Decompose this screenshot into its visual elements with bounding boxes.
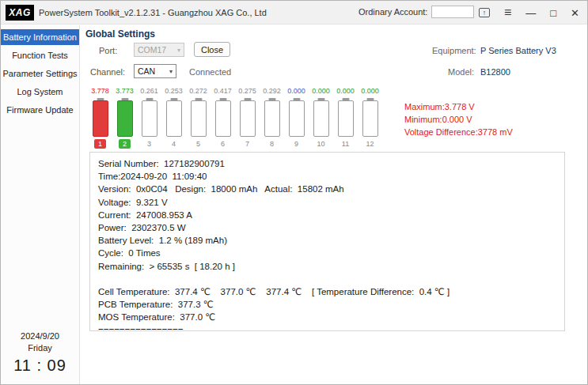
window-title: PowerSystem Toolkit_v2.1.2.31 - Guangzho… [39,8,267,17]
connection-status: Connected [189,67,231,77]
stat-maximum: Maximum:3.778 V [404,100,513,113]
page-title: Global Settings [85,28,155,40]
cell-voltage: 0.253 [161,87,186,96]
info-separator: ================ [98,324,556,331]
battery-cell-4: 0.253 4 [161,87,186,149]
cell-voltage: 0.417 [211,87,235,96]
channel-select[interactable]: CAN ▾ [134,64,176,78]
titlebar: XAG PowerSystem Toolkit_v2.1.2.31 - Guan… [1,1,587,25]
equipment-label: Equipment: [432,46,476,55]
clock-time: 11 : 09 [1,357,79,375]
port-select[interactable]: COM17 ▾ [134,43,184,57]
battery-cell-icon [166,100,182,137]
cell-voltage: 0.000 [333,87,358,96]
battery-cell-9: 0.000 9 [284,87,309,149]
close-port-button[interactable]: Close [194,42,230,57]
battery-cell-icon [191,100,207,137]
battery-cell-12: 0.000 12 [358,87,382,149]
panel-toggle-icon[interactable]: ↑ [479,8,490,17]
cell-number: 4 [161,139,186,149]
battery-cell-6: 0.417 6 [211,87,235,149]
menu-icon[interactable]: ≡ [504,6,511,19]
battery-cell-5: 0.272 5 [186,87,211,149]
sidebar-item-battery-information[interactable]: Battery Information [1,29,79,45]
cell-number: 11 [333,139,358,149]
minimize-icon[interactable]: — [525,8,536,18]
cell-number: 9 [284,139,309,149]
battery-cell-icon [338,100,354,137]
sidebar-item-log-system[interactable]: Log System [1,84,79,100]
channel-label: Channel: [90,67,125,77]
info-serial-number: Serial Number: 127182900791 [98,157,556,170]
battery-cell-10: 0.000 10 [309,87,333,149]
battery-cell-icon [313,100,329,137]
app-window: XAG PowerSystem Toolkit_v2.1.2.31 - Guan… [0,0,588,385]
cell-number: 7 [235,139,260,149]
clock-day: Friday [1,343,79,353]
cell-number: 8 [260,139,284,149]
close-icon[interactable]: ✕ [571,8,579,18]
cell-number: 2 [119,139,131,149]
battery-cell-icon [93,100,108,137]
battery-cell-icon [289,100,305,137]
stat-minimum: Minimum:0.000 V [404,113,513,126]
main-panel: Global Settings Port: COM17 ▾ Close Equi… [81,25,587,384]
info-cell-temperature: Cell Temperature: 377.4 ℃ 377.0 ℃ 377.4 … [98,285,556,298]
battery-cell-7: 0.275 7 [235,87,260,149]
model-label: Model: [448,67,474,77]
sidebar-item-parameter-settings[interactable]: Parameter Settings [1,66,79,81]
info-battery-level: Battery Level: 1.2 % (189 mAh) [98,234,556,247]
battery-cell-2: 3.773 2 [112,87,137,149]
cell-voltage: 0.000 [309,87,333,96]
cell-voltage: 0.000 [284,87,309,96]
window-controls: ↑ ≡ — □ ✕ [479,1,579,25]
xag-logo: XAG [6,5,34,21]
info-cycle: Cycle: 0 Times [98,247,556,259]
battery-cell-11: 0.000 11 [333,87,358,149]
cell-voltage: 0.292 [260,87,284,96]
info-mos-temperature: MOS Temperature: 377.0 ℃ [98,311,556,323]
info-voltage: Voltage: 9.321 V [98,196,556,209]
cell-voltage: 3.773 [112,87,137,96]
account-input[interactable] [431,6,474,18]
cell-voltage: 0.261 [137,87,161,96]
cell-number: 5 [186,139,211,149]
stat-voltage-difference: Voltage Difference:3778 mV [404,126,513,138]
cell-voltage-panel: 3.778 1 3.773 2 0.261 3 0.253 4 0.272 [88,87,382,149]
model-value: B12800 [480,67,510,77]
chevron-down-icon: ▾ [177,47,180,54]
cell-voltage: 0.000 [358,87,382,96]
cell-voltage: 0.275 [235,87,260,96]
sidebar: Battery Information Function Tests Param… [1,25,80,384]
battery-cell-icon [240,100,256,137]
port-value: COM17 [138,45,166,55]
channel-value: CAN [138,66,155,76]
info-blank-line [98,273,556,285]
battery-info-box: Serial Number: 127182900791 Time:2024-09… [89,152,565,331]
info-power: Power: 2302370.5 W [98,221,556,234]
cell-number: 10 [309,139,333,149]
cell-number: 3 [137,139,161,149]
cell-number: 6 [211,139,235,149]
sidebar-item-function-tests[interactable]: Function Tests [1,47,79,63]
cell-number: 1 [94,139,106,149]
sidebar-item-firmware-update[interactable]: Firmware Update [1,102,79,118]
chevron-down-icon: ▾ [169,68,173,75]
maximize-icon[interactable]: □ [550,8,556,18]
battery-cell-icon [264,100,280,137]
battery-cell-icon [215,100,231,137]
info-version: Version: 0x0C04 Design: 18000 mAh Actual… [98,183,556,195]
clock: 2024/9/20 Friday 11 : 09 [1,331,79,375]
battery-cell-3: 0.261 3 [137,87,161,149]
info-time: Time:2024-09-20 11:09:40 [98,170,556,183]
info-remaining: Remaining: > 65535 s [ 18.20 h ] [98,260,556,273]
battery-cell-1: 3.778 1 [88,87,112,149]
port-label: Port: [99,46,117,55]
clock-date: 2024/9/20 [1,331,79,341]
cell-voltage: 3.778 [88,87,112,96]
info-current: Current: 247008.953 A [98,209,556,221]
equipment-value: P Series Battery V3 [480,46,556,55]
battery-cell-icon [142,100,157,137]
battery-cell-icon [362,100,378,137]
battery-cell-icon [117,100,133,137]
